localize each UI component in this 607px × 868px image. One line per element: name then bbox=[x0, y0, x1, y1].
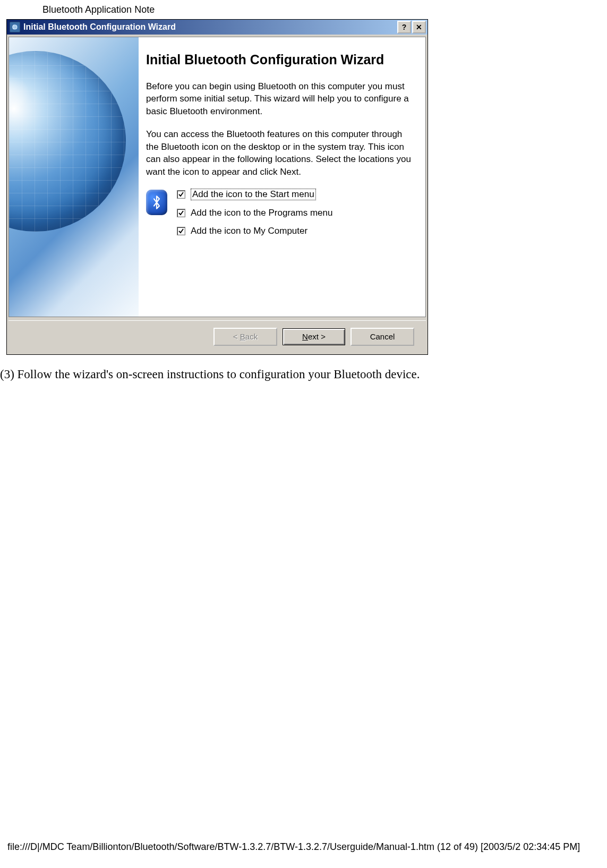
checkbox-add-my-computer[interactable]: Add the icon to My Computer bbox=[177, 226, 332, 236]
checkbox-box bbox=[177, 209, 185, 217]
back-button: < Back bbox=[213, 328, 277, 346]
checkbox-label: Add the icon to My Computer bbox=[191, 226, 307, 236]
wizard-paragraph-2: You can access the Bluetooth features on… bbox=[146, 128, 412, 178]
cancel-button[interactable]: Cancel bbox=[350, 328, 414, 346]
checkbox-label: Add the icon to the Programs menu bbox=[191, 208, 332, 218]
checkbox-box bbox=[177, 190, 185, 199]
window-title: Initial Bluetooth Configuration Wizard bbox=[23, 22, 397, 32]
close-button[interactable]: ✕ bbox=[412, 21, 426, 33]
dialog-client-area: Initial Bluetooth Configuration Wizard B… bbox=[8, 37, 426, 317]
page-header: Bluetooth Application Note bbox=[42, 4, 155, 15]
checkbox-add-programs-menu[interactable]: Add the icon to the Programs menu bbox=[177, 208, 332, 218]
wizard-heading: Initial Bluetooth Configuration Wizard bbox=[146, 52, 416, 67]
checkbox-label: Add the icon to the Start menu bbox=[191, 189, 316, 200]
help-button[interactable]: ? bbox=[397, 21, 411, 33]
page-footer: file:///D|/MDC Team/Billionton/Bluetooth… bbox=[7, 841, 580, 853]
cancel-button-label: Cancel bbox=[370, 332, 395, 341]
instruction-text: (3) Follow the wizard's on-screen instru… bbox=[0, 368, 420, 381]
next-button[interactable]: Next > bbox=[283, 328, 345, 345]
checkbox-add-start-menu[interactable]: Add the icon to the Start menu bbox=[177, 189, 332, 200]
back-button-label: < Back bbox=[233, 332, 258, 341]
app-icon bbox=[10, 22, 20, 32]
wizard-paragraph-1: Before you can begin using Bluetooth on … bbox=[146, 80, 412, 117]
next-button-label: Next > bbox=[302, 332, 326, 341]
wizard-sidebar-graphic bbox=[9, 37, 139, 317]
checkbox-box bbox=[177, 227, 185, 235]
globe-graphic bbox=[9, 51, 126, 232]
wizard-dialog: Initial Bluetooth Configuration Wizard ?… bbox=[6, 19, 428, 355]
button-bar: < Back Next > Cancel bbox=[8, 320, 426, 352]
titlebar[interactable]: Initial Bluetooth Configuration Wizard ?… bbox=[7, 20, 428, 35]
bluetooth-icon bbox=[146, 190, 167, 215]
close-icon: ✕ bbox=[416, 23, 422, 31]
help-glyph: ? bbox=[402, 23, 407, 31]
